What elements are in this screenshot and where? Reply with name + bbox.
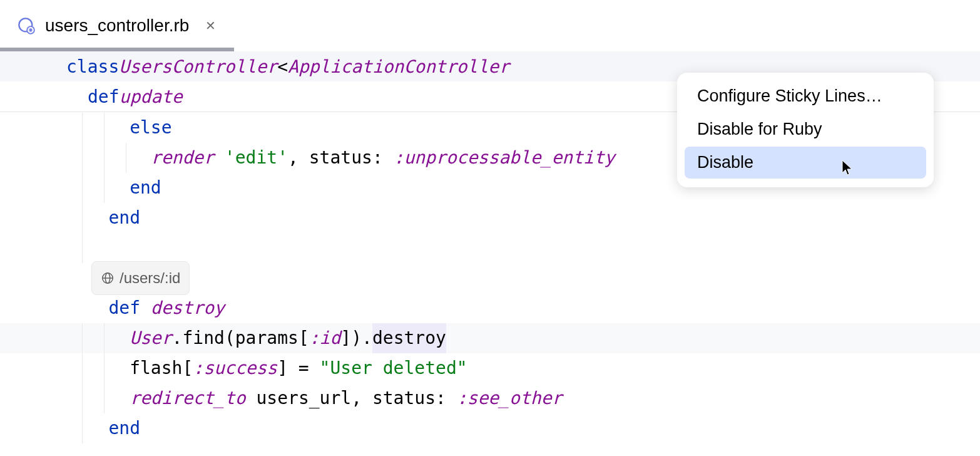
menu-item-disable[interactable]: Disable bbox=[685, 147, 926, 179]
code-line-hint[interactable]: /users/:id bbox=[0, 263, 980, 293]
globe-icon bbox=[101, 271, 115, 285]
menu-item-configure-sticky[interactable]: Configure Sticky Lines… bbox=[685, 80, 926, 112]
lightbulb-icon[interactable] bbox=[74, 300, 90, 316]
tab-filename: users_controller.rb bbox=[45, 16, 189, 36]
context-menu: Configure Sticky Lines… Disable for Ruby… bbox=[677, 73, 934, 187]
file-tab[interactable]: users_controller.rb ✕ bbox=[0, 0, 233, 51]
route-path: /users/:id bbox=[120, 263, 180, 293]
code-line-current[interactable]: User.find(params[:id]).destroy bbox=[0, 323, 980, 353]
route-hint-badge[interactable]: /users/:id bbox=[91, 261, 190, 295]
close-icon[interactable]: ✕ bbox=[205, 18, 216, 33]
code-line[interactable]: redirect_to users_url, status: :see_othe… bbox=[0, 383, 980, 413]
code-line-empty[interactable] bbox=[0, 233, 980, 263]
code-line[interactable]: end bbox=[0, 413, 980, 443]
code-line[interactable]: flash[:success] = "User deleted" bbox=[0, 353, 980, 383]
mouse-cursor-icon bbox=[841, 159, 854, 177]
code-line[interactable]: def destroy bbox=[0, 293, 980, 323]
menu-item-disable-ruby[interactable]: Disable for Ruby bbox=[685, 113, 926, 145]
tab-bar: users_controller.rb ✕ bbox=[0, 0, 980, 51]
ruby-settings-icon bbox=[18, 17, 35, 34]
code-line[interactable]: end bbox=[0, 203, 980, 233]
